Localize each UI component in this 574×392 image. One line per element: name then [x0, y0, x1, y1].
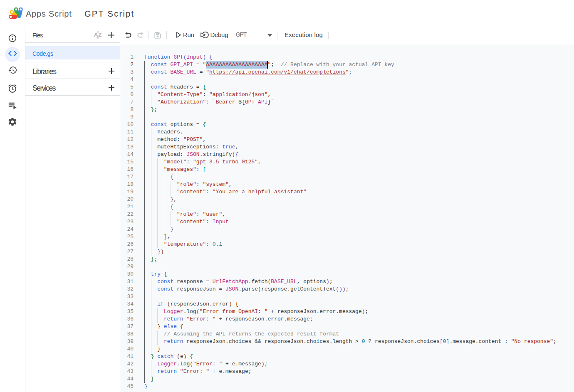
svg-text:AZ: AZ	[94, 32, 102, 38]
